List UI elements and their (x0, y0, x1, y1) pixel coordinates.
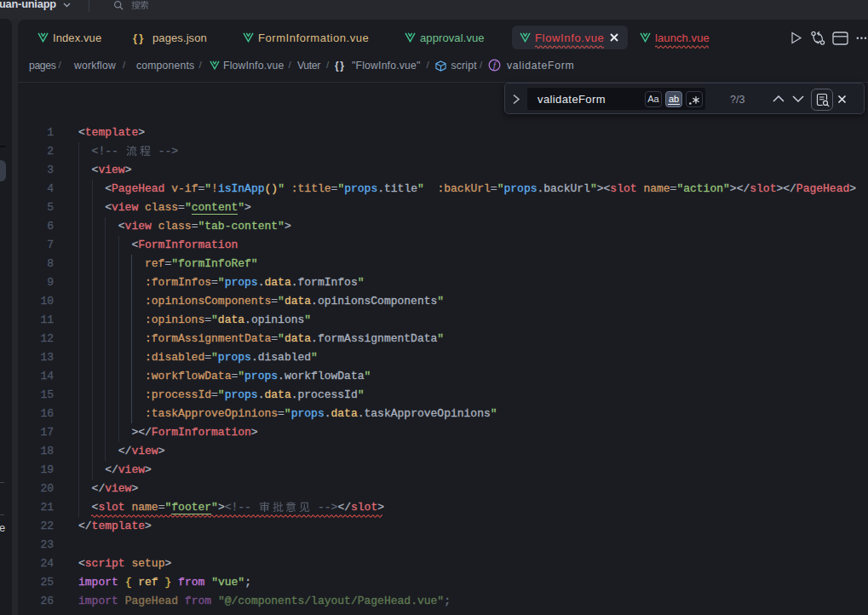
svg-text:f: f (493, 60, 497, 70)
